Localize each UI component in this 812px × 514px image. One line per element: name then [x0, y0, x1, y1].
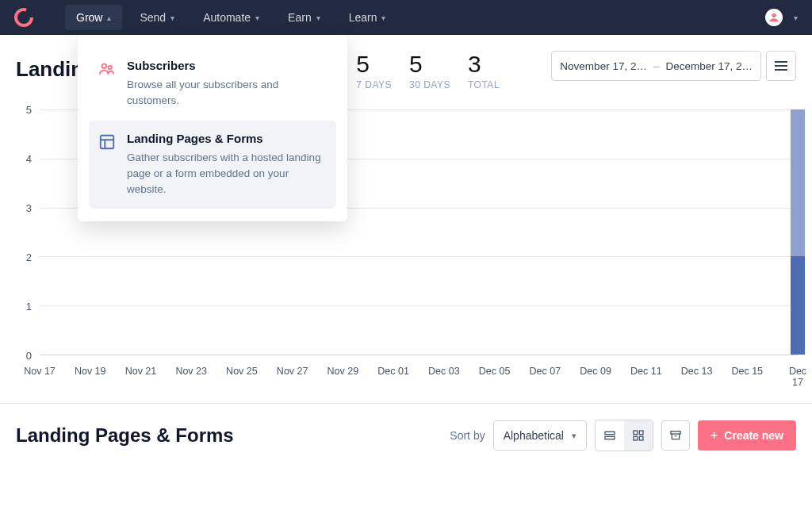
- svg-rect-9: [634, 436, 638, 440]
- section-header: Landing Pages & Forms Sort by Alphabetic…: [0, 404, 812, 467]
- svg-point-0: [16, 10, 32, 25]
- chevron-up-icon: ▴: [107, 13, 111, 22]
- stat-30days: 5 30 DAYS: [409, 51, 450, 90]
- x-tick: Nov 23: [175, 366, 207, 377]
- svg-point-1: [772, 13, 776, 17]
- dropdown-item-desc: Browse all your subscribers and customer…: [127, 77, 327, 109]
- date-range-picker[interactable]: November 17, 2… – December 17, 2…: [551, 51, 761, 81]
- x-tick: Dec 17: [783, 366, 812, 388]
- top-nav: Grow ▴ Send ▾ Automate ▾ Earn ▾ Learn ▾ …: [0, 0, 812, 35]
- x-tick: Nov 17: [24, 366, 56, 377]
- bar: [791, 109, 805, 355]
- view-grid-button[interactable]: [624, 420, 653, 451]
- sort-label: Sort by: [450, 429, 485, 442]
- nav-label: Earn: [288, 11, 312, 24]
- x-tick: Nov 21: [125, 366, 157, 377]
- svg-rect-4: [101, 135, 114, 148]
- create-new-button[interactable]: + Create new: [698, 420, 796, 451]
- nav-items: Grow ▴ Send ▾ Automate ▾ Earn ▾ Learn ▾: [65, 5, 396, 30]
- svg-point-3: [108, 66, 111, 69]
- header-controls: November 17, 2… – December 17, 2…: [551, 51, 796, 81]
- x-tick: Dec 05: [479, 366, 511, 377]
- x-tick: Nov 29: [327, 366, 359, 377]
- svg-rect-11: [671, 432, 680, 434]
- chevron-down-icon: ▾: [572, 431, 576, 441]
- sort-value: Alphabetical: [504, 429, 564, 442]
- dropdown-item-title: Subscribers: [127, 59, 327, 72]
- dropdown-item-text: Landing Pages & Forms Gather subscribers…: [127, 132, 327, 198]
- nav-label: Grow: [76, 11, 102, 24]
- y-tick: 3: [26, 202, 32, 214]
- nav-label: Send: [140, 11, 166, 24]
- chevron-down-icon: ▾: [316, 13, 320, 22]
- grow-dropdown: Subscribers Browse all your subscribers …: [78, 35, 347, 221]
- stat-value: 3: [468, 51, 500, 78]
- stat-7days: 5 7 DAYS: [356, 51, 392, 90]
- dropdown-item-desc: Gather subscribers with a hosted landing…: [127, 150, 327, 198]
- stats: AY 5 7 DAYS 5 30 DAYS 3 TOTAL: [326, 51, 500, 90]
- date-start: November 17, 2…: [560, 60, 647, 72]
- nav-item-grow[interactable]: Grow ▴: [65, 5, 122, 30]
- chevron-down-icon: ▾: [170, 13, 174, 22]
- x-tick: Dec 09: [580, 366, 611, 377]
- nav-label: Automate: [203, 11, 251, 24]
- nav-right: ▾: [765, 9, 798, 26]
- x-tick: Nov 19: [75, 366, 106, 377]
- stat-label: 30 DAYS: [409, 79, 450, 90]
- y-axis: 012345: [14, 109, 36, 355]
- view-toggle: [595, 420, 653, 451]
- svg-rect-8: [639, 431, 643, 435]
- svg-point-2: [102, 64, 107, 69]
- chevron-down-icon: ▾: [255, 13, 259, 22]
- stat-label: TOTAL: [468, 79, 500, 90]
- svg-rect-7: [634, 431, 638, 435]
- y-tick: 1: [26, 301, 32, 313]
- dropdown-item-landing-pages-forms[interactable]: Landing Pages & Forms Gather subscribers…: [89, 121, 336, 209]
- stat-total: 3 TOTAL: [468, 51, 500, 90]
- stat-label: 7 DAYS: [356, 79, 392, 90]
- view-list-button[interactable]: [596, 420, 624, 451]
- nav-label: Learn: [349, 11, 377, 24]
- x-axis: Nov 17Nov 19Nov 21Nov 23Nov 25Nov 27Nov …: [40, 359, 798, 395]
- y-tick: 0: [26, 350, 32, 362]
- sort-select[interactable]: Alphabetical ▾: [493, 420, 587, 451]
- plus-icon: +: [710, 428, 718, 443]
- archive-button[interactable]: [661, 420, 690, 451]
- avatar[interactable]: [765, 9, 783, 26]
- x-tick: Dec 01: [377, 366, 409, 377]
- x-tick: Dec 15: [731, 366, 763, 377]
- users-icon: [98, 59, 116, 109]
- dash: –: [653, 60, 660, 72]
- svg-rect-10: [639, 436, 643, 440]
- nav-item-automate[interactable]: Automate ▾: [192, 5, 270, 30]
- date-end: December 17, 2…: [665, 60, 753, 72]
- menu-button[interactable]: [766, 51, 796, 81]
- section-controls: Sort by Alphabetical ▾ + Create new: [450, 420, 796, 451]
- logo: [14, 8, 33, 27]
- chevron-down-icon[interactable]: ▾: [794, 13, 798, 22]
- y-tick: 5: [26, 104, 32, 116]
- x-tick: Dec 07: [530, 366, 561, 377]
- nav-item-earn[interactable]: Earn ▾: [277, 5, 331, 30]
- hamburger-icon: [775, 65, 787, 67]
- stat-value: 5: [356, 51, 392, 78]
- nav-item-learn[interactable]: Learn ▾: [338, 5, 397, 30]
- x-tick: Nov 25: [226, 366, 258, 377]
- x-tick: Dec 11: [630, 366, 662, 377]
- nav-item-send[interactable]: Send ▾: [128, 5, 186, 30]
- y-tick: 2: [26, 251, 32, 263]
- x-tick: Dec 13: [681, 366, 713, 377]
- y-tick: 4: [26, 153, 32, 165]
- dropdown-item-subscribers[interactable]: Subscribers Browse all your subscribers …: [89, 48, 336, 121]
- layout-icon: [98, 132, 116, 198]
- chevron-down-icon: ▾: [381, 13, 385, 22]
- dropdown-item-text: Subscribers Browse all your subscribers …: [127, 59, 327, 109]
- x-tick: Nov 27: [277, 366, 308, 377]
- create-label: Create new: [724, 429, 783, 442]
- dropdown-item-title: Landing Pages & Forms: [127, 132, 327, 145]
- x-tick: Dec 03: [428, 366, 460, 377]
- svg-rect-5: [605, 432, 615, 434]
- stat-value: 5: [409, 51, 450, 78]
- svg-rect-6: [605, 436, 615, 439]
- section-title: Landing Pages & Forms: [16, 424, 234, 447]
